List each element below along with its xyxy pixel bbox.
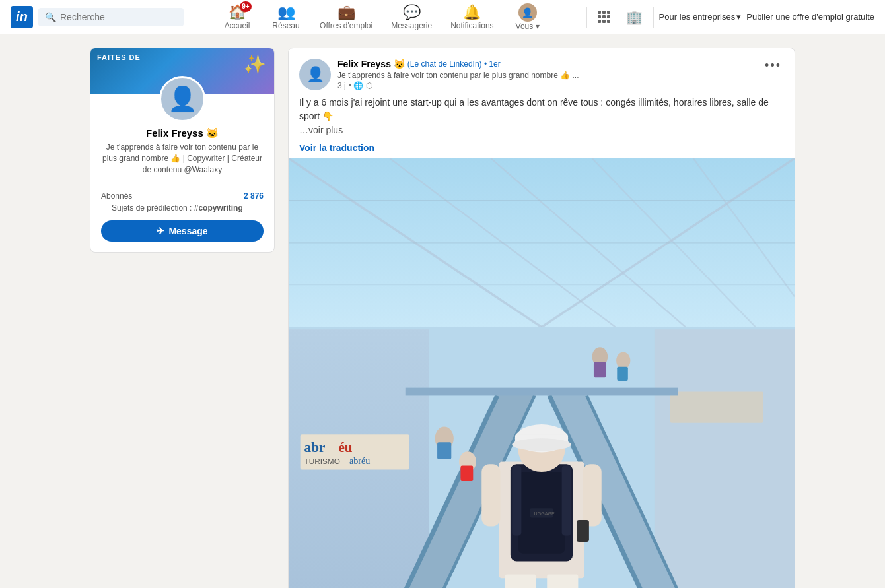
accueil-badge: 9+ (240, 1, 251, 12)
post-body: Il y a 6 mois j'ai rejoint une start-up … (289, 96, 795, 143)
notifications-icon: 🔔 (463, 4, 481, 21)
post-job-link[interactable]: Publier une offre d'emploi gratuite (746, 12, 874, 22)
post-globe-icon: • 🌐 (349, 81, 364, 90)
nav-label-messagerie: Messagerie (391, 21, 432, 30)
svg-rect-49 (406, 388, 678, 396)
profile-divider-1 (90, 183, 274, 183)
linkedin-logo[interactable]: in (11, 6, 33, 28)
svg-text:abréu: abréu (349, 455, 370, 466)
svg-text:TURISMO: TURISMO (304, 457, 340, 465)
feed-section: 👤 Felix Freyss 🐱 (Le chat de LinkedIn) •… (288, 48, 795, 588)
glass-roof (289, 158, 795, 327)
profile-info: Felix Freyss 🐱 Je t'apprends à faire voi… (90, 122, 274, 175)
followers-stat: Abonnés 2 876 (101, 191, 264, 201)
messages-icon: 💬 (403, 4, 421, 21)
left-sidebar: FAITES DE ✨ 👤 Felix Freyss 🐱 Je t'appren… (90, 48, 275, 588)
svg-rect-26 (670, 392, 763, 423)
post-author-name: Felix Freyss 🐱 (Le chat de LinkedIn) • 1… (337, 59, 756, 69)
svg-rect-28 (437, 442, 451, 459)
post-image: abr éu TURISMO abréu (289, 158, 795, 588)
post-author-avatar[interactable]: 👤 (299, 59, 331, 90)
svg-rect-53 (617, 367, 627, 381)
nav-item-offres[interactable]: 💼 Offres d'emploi (312, 0, 380, 34)
svg-rect-51 (594, 362, 606, 378)
post-author-tagline: Je t'apprends à faire voir ton contenu p… (337, 71, 756, 80)
nav-item-accueil[interactable]: 🏠 9+ Accueil (214, 0, 260, 34)
svg-rect-30 (460, 465, 473, 481)
profile-avatar-wrap: 👤 (90, 76, 274, 122)
escalator-scene: abr éu TURISMO abréu (289, 158, 795, 588)
search-input[interactable] (60, 12, 177, 22)
translation-link[interactable]: Voir la traduction (299, 143, 374, 153)
svg-point-52 (616, 352, 630, 369)
svg-rect-47 (577, 520, 589, 542)
profile-avatar: 👤 (159, 76, 205, 122)
enterprise-link[interactable]: Pour les entreprises ▾ (659, 12, 742, 22)
search-box[interactable]: 🔍 (38, 8, 184, 26)
banner-text: FAITES DE (97, 53, 141, 61)
network-icon: 👥 (277, 4, 295, 21)
svg-point-44 (512, 438, 571, 451)
enterprise-icon: 🏢 (626, 9, 643, 25)
svg-text:LUGGAGE: LUGGAGE (532, 511, 555, 516)
post-card: 👤 Felix Freyss 🐱 (Le chat de LinkedIn) •… (288, 48, 795, 588)
user-avatar: 👤 (518, 3, 537, 22)
nav-divider-2 (653, 7, 654, 28)
top-navigation: in 🔍 🏠 9+ Accueil 👥 Réseau 💼 Offres d'em… (0, 0, 885, 34)
svg-rect-14 (655, 329, 795, 588)
see-more-button[interactable]: …voir plus (299, 125, 343, 135)
post-meta: 3 j • 🌐 ⬡ (337, 81, 756, 90)
nav-item-reseau[interactable]: 👥 Réseau (263, 0, 309, 34)
message-button[interactable]: ✈ Message (101, 220, 264, 242)
nav-item-notifications[interactable]: 🔔 Notifications (442, 0, 501, 34)
svg-rect-39 (512, 465, 521, 535)
glass-roof-svg (289, 158, 795, 327)
home-icon: 🏠 9+ (229, 4, 246, 21)
nav-label-reseau: Réseau (272, 21, 299, 30)
svg-rect-32 (505, 574, 536, 588)
profile-name: Felix Freyss 🐱 (101, 127, 264, 139)
svg-rect-46 (583, 464, 601, 526)
post-options-button[interactable]: ••• (762, 59, 784, 73)
profile-topics: Sujets de prédilection : #copywriting (101, 203, 264, 212)
post-waalaxy-icon: ⬡ (366, 81, 372, 90)
banner-decoration: ✨ (243, 53, 266, 75)
nav-item-vous[interactable]: 👤 Vous ▾ (505, 0, 551, 34)
search-icon: 🔍 (45, 12, 56, 22)
nav-left-section: in 🔍 (11, 6, 184, 28)
svg-rect-40 (562, 465, 571, 535)
nav-label-notifications: Notifications (450, 21, 493, 30)
nav-divider-1 (586, 7, 587, 28)
svg-rect-33 (547, 574, 578, 588)
post-author-info: Felix Freyss 🐱 (Le chat de LinkedIn) • 1… (337, 59, 756, 90)
nav-right-section: 🏢 Pour les entreprises ▾ Publier une off… (586, 0, 874, 34)
svg-rect-45 (481, 464, 500, 526)
nav-label-offres: Offres d'emploi (320, 21, 372, 30)
profile-stats: Abonnés 2 876 Sujets de prédilection : #… (90, 191, 274, 212)
nav-item-enterprise[interactable]: 🏢 (621, 0, 648, 34)
nav-label-accueil: Accueil (225, 21, 250, 30)
post-header: 👤 Felix Freyss 🐱 (Le chat de LinkedIn) •… (289, 48, 795, 96)
jobs-icon: 💼 (337, 4, 355, 21)
nav-item-apps[interactable] (592, 0, 616, 34)
profile-card: FAITES DE ✨ 👤 Felix Freyss 🐱 Je t'appren… (90, 48, 275, 253)
profile-tagline: Je t'apprends à faire voir ton contenu p… (101, 142, 264, 175)
nav-item-messagerie[interactable]: 💬 Messagerie (383, 0, 440, 34)
message-icon: ✈ (157, 226, 164, 236)
nav-label-vous: Vous ▾ (516, 22, 540, 31)
svg-text:éu: éu (338, 440, 352, 455)
main-layout: FAITES DE ✨ 👤 Felix Freyss 🐱 Je t'appren… (79, 48, 806, 588)
grid-icon (598, 11, 610, 23)
post-translation: Voir la traduction (289, 143, 795, 158)
svg-text:abr: abr (304, 440, 326, 455)
nav-center-section: 🏠 9+ Accueil 👥 Réseau 💼 Offres d'emploi … (214, 0, 551, 34)
